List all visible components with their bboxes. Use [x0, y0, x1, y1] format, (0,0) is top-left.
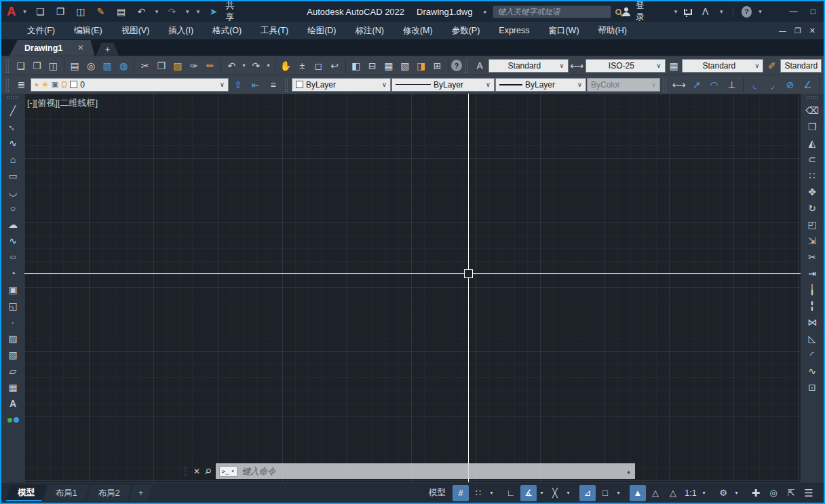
fillet-button[interactable]: ◜ [803, 347, 821, 363]
object-color-select[interactable]: ByLayer ∨ [292, 78, 391, 92]
autocad-logo-icon[interactable]: A [7, 4, 16, 19]
array-button[interactable]: ∷ [803, 168, 821, 184]
doc-minimize-button[interactable]: — [779, 26, 786, 35]
chamfer-button[interactable]: ◺ [803, 330, 821, 347]
menu-help[interactable]: 帮助(H) [589, 22, 636, 39]
ortho-toggle[interactable]: ∟ [503, 485, 519, 501]
qat-redo-button[interactable]: ↷ [164, 3, 180, 20]
file-tab-close-icon[interactable]: ✕ [77, 43, 83, 52]
app-menu-caret-icon[interactable]: ▾ [22, 8, 28, 15]
menu-tools[interactable]: 工具(T) [251, 22, 298, 39]
mirror-button[interactable]: ◭ [803, 135, 821, 151]
move-button[interactable]: ✥ [803, 184, 821, 200]
styles-toolbar-grip[interactable] [465, 59, 469, 73]
new-layout-button[interactable]: + [129, 485, 152, 501]
qat-customize-caret-icon[interactable]: ▾ [195, 8, 202, 15]
dim-diameter-button[interactable]: ⊘ [782, 77, 799, 93]
rectangle-button[interactable]: ▭ [4, 168, 22, 184]
polar-tracking-toggle[interactable]: ∡ [520, 485, 537, 501]
text-style-select[interactable]: Standard ∨ [488, 59, 569, 73]
layer-color-swatch[interactable] [70, 81, 77, 88]
text-style-icon[interactable]: A [472, 58, 488, 74]
dim-angular-button[interactable]: ∠ [799, 77, 816, 93]
qat-save-button[interactable]: ◫ [73, 3, 89, 20]
dimension-toolbar-grip[interactable] [663, 78, 668, 92]
qat-redo-caret-icon[interactable]: ▾ [185, 8, 191, 15]
break-button[interactable]: ╏ [803, 298, 821, 314]
qat-undo-caret-icon[interactable]: ▾ [153, 8, 160, 15]
command-prompt-icon[interactable]: >_ ▾ [219, 466, 237, 477]
user-icon[interactable] [621, 7, 630, 16]
blend-curves-button[interactable]: ∿ [803, 363, 821, 379]
menu-insert[interactable]: 插入(I) [159, 22, 203, 39]
file-tab-drawing1[interactable]: Drawing1 ✕ [9, 40, 94, 56]
designcenter-button[interactable]: ⊟ [364, 58, 380, 74]
sheet-set-manager-button[interactable]: ▧ [397, 58, 412, 74]
login-label[interactable]: 登录 [636, 0, 651, 23]
status-menu-button[interactable]: ☰ [801, 485, 817, 501]
rotate-button[interactable]: ↻ [803, 200, 821, 216]
dim-aligned-button[interactable]: ↗ [688, 77, 705, 93]
layer-vp-freeze-icon[interactable]: ▣ [52, 80, 58, 89]
pan-button[interactable]: ✋ [278, 58, 294, 74]
menu-express[interactable]: Express [489, 22, 539, 39]
redo-caret-icon[interactable]: ▾ [265, 58, 272, 74]
copy-clip-button[interactable]: ❒ [153, 58, 169, 74]
make-object-layer-current-button[interactable]: ⇧ [229, 77, 246, 93]
window-minimize-button[interactable]: — [785, 3, 802, 20]
snap-toggle[interactable]: ∷ [470, 485, 486, 501]
lineweight-select[interactable]: ByLayer ∨ [495, 78, 586, 92]
menu-dimension[interactable]: 标注(N) [346, 22, 394, 39]
menu-window[interactable]: 窗口(W) [539, 22, 588, 39]
help-toolbar-icon[interactable]: ? [451, 60, 462, 71]
modify-toolbar-grip[interactable] [806, 96, 818, 100]
toolbar-grip[interactable] [5, 59, 10, 73]
menu-edit[interactable]: 编辑(E) [64, 22, 112, 39]
layer-previous-button[interactable]: ⇤ [247, 77, 264, 93]
plot-preview-button[interactable]: ◎ [83, 58, 99, 74]
break-at-point-button[interactable]: ╽ [803, 282, 821, 298]
drawing-canvas[interactable]: [-][俯视][二维线框] ✕ ⚲ >_ ▾ ▴ [24, 94, 801, 482]
login-caret-icon[interactable]: ▾ [672, 8, 678, 15]
doc-restore-button[interactable]: ❐ [794, 26, 801, 35]
zoom-realtime-button[interactable]: ± [294, 58, 310, 74]
qat-undo-button[interactable]: ↶ [133, 3, 149, 20]
point-button[interactable]: ∙ [4, 314, 22, 330]
paste-button[interactable]: ▨ [170, 58, 185, 74]
snap-caret-icon[interactable]: ▾ [488, 485, 495, 501]
block-editor-button[interactable]: ✏ [202, 58, 218, 74]
search-input[interactable] [493, 5, 611, 18]
layer-select[interactable]: ● ☀ ▣ Ω 0 ∨ [31, 78, 229, 92]
offset-button[interactable]: ⊂ [803, 151, 821, 168]
plot-button[interactable]: ▤ [67, 58, 83, 74]
dim-radius-button[interactable]: ◟ [746, 77, 763, 93]
clean-screen-crosshair-button[interactable]: ✚ [748, 485, 764, 501]
circle-button[interactable]: ○ [4, 200, 22, 216]
zoom-previous-button[interactable]: ↩ [327, 58, 343, 74]
scale-button[interactable]: ◰ [803, 216, 821, 233]
search-icon[interactable] [615, 9, 621, 15]
command-input[interactable] [242, 467, 623, 476]
command-line-grip[interactable] [184, 466, 189, 477]
redo-button[interactable]: ↷ [248, 58, 264, 74]
customization-gear-icon[interactable]: ⚙ [715, 485, 731, 501]
markup-manager-button[interactable]: ◨ [413, 58, 429, 74]
share-icon[interactable]: ➤ [206, 3, 222, 20]
layout2-tab[interactable]: 布局2 [87, 485, 132, 501]
new-button[interactable]: ❏ [13, 58, 28, 74]
revision-cloud-button[interactable]: ☁ [4, 216, 22, 233]
save-button[interactable]: ◫ [45, 58, 61, 74]
object-snap-tracking-toggle[interactable]: ⊿ [579, 485, 596, 501]
make-block-button[interactable]: ◱ [4, 298, 22, 314]
polygon-button[interactable]: ⌂ [4, 151, 22, 168]
polar-caret-icon[interactable]: ▾ [538, 485, 545, 501]
annotation-scale-caret-icon[interactable]: ▾ [700, 485, 708, 501]
menu-view[interactable]: 视图(V) [112, 22, 159, 39]
extend-button[interactable]: ⇥ [803, 265, 821, 282]
layer-thaw-icon[interactable]: ☀ [41, 80, 49, 90]
match-properties-button[interactable]: ✑ [186, 58, 202, 74]
menu-parametric[interactable]: 参数(P) [442, 22, 490, 39]
publish-button[interactable]: ▥ [100, 58, 115, 74]
command-line-close-icon[interactable]: ✕ [193, 467, 200, 476]
help-caret-icon[interactable]: ▾ [757, 8, 763, 15]
